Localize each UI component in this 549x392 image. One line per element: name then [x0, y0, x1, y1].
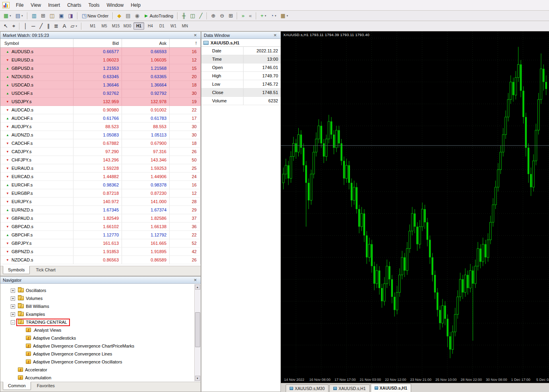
- menu-insert[interactable]: Insert: [44, 0, 64, 10]
- tab-favorites[interactable]: Favorites: [32, 382, 60, 390]
- market-watch-row[interactable]: ▼CADJPY.s97.29097.31626: [0, 148, 201, 156]
- market-watch-row[interactable]: ▼GBPJPY.s161.613161.66552: [0, 239, 201, 248]
- navigator-item-bill-williams[interactable]: +ƒBill Williams: [0, 302, 201, 310]
- candlestick-chart-button[interactable]: ◫: [188, 12, 197, 20]
- timeframe-m30[interactable]: M30: [122, 22, 133, 30]
- terminal-toggle-button[interactable]: ▣: [57, 12, 66, 20]
- expand-box-icon[interactable]: +: [11, 304, 15, 309]
- navigator-item-adaptive-divergence-convergence-oscillators[interactable]: ƒAdaptive Divergence Convergence Oscilla…: [0, 358, 201, 366]
- trendline-tool-button[interactable]: ╱: [38, 22, 45, 30]
- market-watch-row[interactable]: ▲NZDUSD.s0.633450.6336520: [0, 73, 201, 81]
- market-watch-row[interactable]: ▼CHFJPY.s143.296143.34650: [0, 156, 201, 164]
- market-watch-row[interactable]: ▲EURNZD.s1.673451.6737429: [0, 206, 201, 214]
- indicators-button[interactable]: +▾: [259, 12, 268, 20]
- market-watch-row[interactable]: ▲EURCHF.s0.983620.9837816: [0, 181, 201, 189]
- market-watch-row[interactable]: ▼GBPAUD.s1.825491.8258637: [0, 214, 201, 223]
- market-watch-row[interactable]: ▼NZDCAD.s0.865630.8658926: [0, 256, 201, 264]
- channel-tool-button[interactable]: ∥: [45, 22, 52, 30]
- menu-file[interactable]: File: [12, 0, 27, 10]
- print-button[interactable]: ▤: [124, 12, 132, 20]
- crosshair-tool-button[interactable]: ⌖: [10, 22, 17, 30]
- market-watch-row[interactable]: ▼EURAUD.s1.592281.5925325: [0, 164, 201, 173]
- help-publisher-button[interactable]: ◉: [133, 12, 141, 20]
- timeframe-m5[interactable]: M5: [99, 22, 110, 30]
- periods-button[interactable]: ◔▾: [269, 12, 278, 20]
- navigator-item-adaptive-divergence-convergence-chartpricemarks[interactable]: ƒAdaptive Divergence Convergence ChartPr…: [0, 342, 201, 350]
- strategy-tester-toggle-button[interactable]: ◨: [66, 12, 75, 20]
- vertical-line-tool-button[interactable]: │: [22, 22, 29, 30]
- navigator-toggle-button[interactable]: ◫: [48, 12, 56, 20]
- horizontal-line-tool-button[interactable]: ─: [29, 22, 37, 30]
- scroll-thumb[interactable]: [195, 312, 200, 347]
- market-watch-row[interactable]: ▼EURUSD.s1.060231.0603512: [0, 56, 201, 64]
- expand-box-icon[interactable]: +: [11, 312, 15, 317]
- timeframe-d1[interactable]: D1: [157, 22, 167, 30]
- bar-chart-button[interactable]: ╫: [180, 12, 188, 20]
- auto-scroll-button[interactable]: »: [240, 12, 246, 20]
- column-header-bid[interactable]: Bid: [73, 39, 122, 47]
- timeframe-h1[interactable]: H1: [133, 22, 144, 30]
- tab-symbols[interactable]: Symbols: [3, 266, 30, 274]
- market-watch-row[interactable]: ▼CADCHF.s0.678820.6790018: [0, 139, 201, 148]
- timeframe-m1[interactable]: M1: [87, 22, 98, 30]
- menu-tools[interactable]: Tools: [85, 0, 103, 10]
- new-chart-button[interactable]: ▦▾: [2, 12, 13, 20]
- menu-help[interactable]: Help: [127, 0, 144, 10]
- chart-tab-3[interactable]: XAUUSD.s,H1: [371, 384, 411, 392]
- scroll-down-icon[interactable]: ▼: [195, 376, 200, 381]
- market-watch-row[interactable]: ▲GBPUSD.s1.215531.2156815: [0, 64, 201, 73]
- navigator-item-adaptive-divergence-convergence-lines[interactable]: ƒAdaptive Divergence Convergence Lines: [0, 350, 201, 358]
- market-watch-row[interactable]: ▲USDCHF.s0.927620.9279230: [0, 89, 201, 98]
- market-watch-row[interactable]: ▼EURCAD.s1.448821.4490624: [0, 173, 201, 181]
- chart-tab-2[interactable]: XAUUSD.s,H1: [329, 384, 369, 392]
- menu-charts[interactable]: Charts: [64, 0, 85, 10]
- market-watch-row[interactable]: ▼USDJPY.s132.959132.97819: [0, 98, 201, 106]
- market-watch-row[interactable]: ▲AUDCHF.s0.617660.6178317: [0, 114, 201, 123]
- navigator-scrollbar[interactable]: ▲ ▼: [194, 284, 200, 381]
- column-header-ask[interactable]: Ask: [122, 39, 170, 47]
- arrows-tool-button[interactable]: ▱▾: [68, 22, 79, 30]
- templates-button[interactable]: ▦▾: [278, 12, 290, 20]
- market-watch-row[interactable]: ▲AUDUSD.s0.665770.6659316: [0, 48, 201, 56]
- chart-plot[interactable]: XAUUSD.s,H1 1793.11 1794.39 1793.11 1793…: [281, 31, 549, 377]
- navigator-item-oscillators[interactable]: +ƒOscillators: [0, 286, 201, 294]
- line-chart-button[interactable]: ╱: [197, 12, 205, 20]
- column-header-symbol[interactable]: Symbol: [0, 39, 73, 47]
- navigator-item-adaptive-candlesticks[interactable]: ƒAdaptive Candlesticks: [0, 334, 201, 342]
- scroll-up-icon[interactable]: ▲: [195, 284, 200, 290]
- collapse-box-icon[interactable]: -: [11, 320, 15, 325]
- column-header-spread[interactable]: !: [170, 39, 201, 47]
- market-watch-row[interactable]: ▼EURGBP.s0.872180.8723012: [0, 189, 201, 198]
- profiles-button[interactable]: ▤▾: [14, 12, 25, 20]
- cursor-tool-button[interactable]: ↖: [2, 22, 10, 30]
- close-icon[interactable]: ×: [192, 277, 198, 283]
- chart-shift-button[interactable]: «: [247, 12, 254, 20]
- chart-tab-1[interactable]: XAUUSD.s,M30: [286, 384, 329, 392]
- data-window-toggle-button[interactable]: ⊞: [39, 12, 47, 20]
- zoom-in-button[interactable]: ⊕: [209, 12, 218, 20]
- new-order-button[interactable]: ◳New Order: [80, 12, 110, 20]
- market-watch-toggle-button[interactable]: ▥: [30, 12, 39, 20]
- tab-tick-chart[interactable]: Tick Chart: [31, 266, 61, 274]
- text-tool-button[interactable]: A: [61, 22, 68, 30]
- zoom-out-button[interactable]: ⊖: [218, 12, 226, 20]
- market-watch-row[interactable]: ▼AUDJPY.s88.52388.55330: [0, 123, 201, 131]
- navigator-item-analyst-views[interactable]: ƒ.Analyst Views: [0, 326, 201, 334]
- expand-box-icon[interactable]: +: [11, 296, 15, 301]
- market-watch-row[interactable]: ▲USDCAD.s1.366461.3666418: [0, 81, 201, 89]
- autotrading-button[interactable]: ►AutoTrading: [142, 12, 175, 20]
- market-watch-row[interactable]: ▼GBPCAD.s1.661021.6613836: [0, 223, 201, 231]
- expand-box-icon[interactable]: +: [11, 288, 15, 293]
- market-watch-row[interactable]: ▼AUDCAD.s0.909800.9100222: [0, 106, 201, 114]
- navigator-item-examples[interactable]: +ƒExamples: [0, 310, 201, 318]
- timeframe-m15[interactable]: M15: [110, 22, 121, 30]
- market-watch-row[interactable]: ▲AUDNZD.s1.050831.0511330: [0, 131, 201, 139]
- close-icon[interactable]: ×: [192, 33, 198, 38]
- market-watch-row[interactable]: ▼EURJPY.s140.972141.00028: [0, 198, 201, 206]
- navigator-item-volumes[interactable]: +ƒVolumes: [0, 294, 201, 302]
- fibonacci-tool-button[interactable]: ≣: [52, 22, 60, 30]
- timeframe-mn[interactable]: MN: [180, 22, 190, 30]
- menu-view[interactable]: View: [27, 0, 44, 10]
- navigator-item-trading-central[interactable]: -ƒTRADING CENTRAL: [0, 318, 201, 326]
- menu-window[interactable]: Window: [103, 0, 128, 10]
